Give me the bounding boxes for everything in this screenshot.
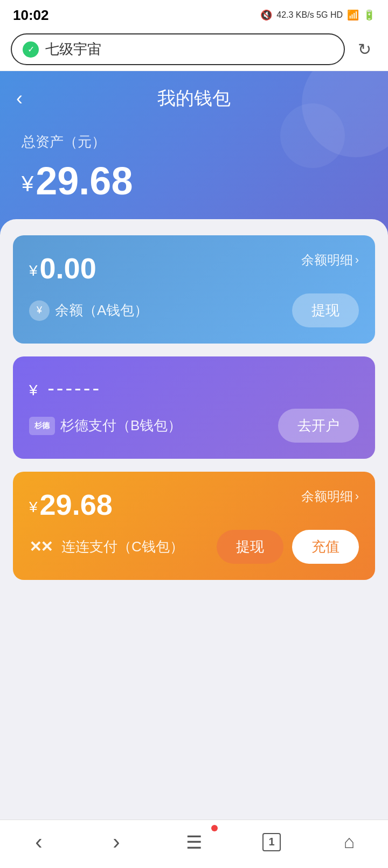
page-title: 我的钱包 xyxy=(157,86,231,111)
bottom-nav: ‹ › ☰ 1 ⌂ xyxy=(0,820,388,868)
app-header: ‹ 我的钱包 总资产（元） ¥29.68 xyxy=(0,71,388,235)
status-bar: 10:02 🔇 42.3 KB/s 5G HD 📶 🔋 xyxy=(0,0,388,28)
total-yen-symbol: ¥ xyxy=(22,172,33,195)
card-a-top: ¥0.00 余额明细 › xyxy=(29,251,359,285)
wifi-icon: 📶 xyxy=(347,9,359,21)
nav-forward-button[interactable]: › xyxy=(95,827,138,857)
card-b-label: 杉德 杉德支付（B钱包） xyxy=(29,416,182,435)
card-b-icon: 杉德 xyxy=(29,417,55,435)
total-amount-value: 29.68 xyxy=(36,159,133,202)
tabs-icon: 1 xyxy=(262,833,281,851)
card-c-top: ¥29.68 余额明细 › xyxy=(29,488,359,521)
network-speed: 42.3 KB/s 5G HD xyxy=(276,10,343,20)
card-a-yen: ¥ xyxy=(29,262,38,279)
menu-icon: ☰ xyxy=(186,831,202,853)
wallet-c-recharge-button[interactable]: 充值 xyxy=(292,530,359,564)
card-a-bottom: ¥ 余额（A钱包） 提现 xyxy=(29,293,359,327)
chevron-right-icon-c: › xyxy=(355,489,359,503)
status-icons: 🔇 42.3 KB/s 5G HD 📶 🔋 xyxy=(260,9,375,21)
card-c-amount: ¥29.68 xyxy=(29,488,113,521)
card-a-amount: ¥0.00 xyxy=(29,251,96,285)
url-bar[interactable]: ✓ 七级宇宙 xyxy=(11,33,345,65)
nav-home-button[interactable]: ⌂ xyxy=(328,827,371,857)
card-b-bottom: 杉德 杉德支付（B钱包） 去开户 xyxy=(29,409,359,443)
main-content: ¥0.00 余额明细 › ¥ 余额（A钱包） 提现 ¥ ------ xyxy=(0,219,388,668)
nav-back-button[interactable]: ‹ xyxy=(17,827,60,857)
card-b-actions: 去开户 xyxy=(278,409,359,443)
card-c-yen: ¥ xyxy=(29,499,38,515)
browser-bar: ✓ 七级宇宙 ↻ xyxy=(0,28,388,71)
url-text: 七级宇宙 xyxy=(45,40,101,59)
card-c-detail-link[interactable]: 余额明细 › xyxy=(301,488,359,505)
wallet-card-c: ¥29.68 余额明细 › ✕✕ 连连支付（C钱包） 提现 充值 xyxy=(13,472,375,580)
shield-icon: ✓ xyxy=(23,41,39,58)
mute-icon: 🔇 xyxy=(260,9,272,21)
wallet-b-open-button[interactable]: 去开户 xyxy=(278,409,359,443)
refresh-button[interactable]: ↻ xyxy=(351,37,377,62)
card-c-bottom: ✕✕ 连连支付（C钱包） 提现 充值 xyxy=(29,530,359,564)
nav-menu-button[interactable]: ☰ xyxy=(172,827,216,857)
card-b-top: ¥ ------ xyxy=(29,373,359,400)
status-time: 10:02 xyxy=(13,7,49,24)
nav-tabs-button[interactable]: 1 xyxy=(250,827,293,857)
header-nav: ‹ 我的钱包 xyxy=(0,71,388,122)
back-button[interactable]: ‹ xyxy=(16,87,23,110)
card-a-label: ¥ 余额（A钱包） xyxy=(29,300,148,321)
card-a-actions: 提现 xyxy=(292,293,359,327)
card-b-amount: ¥ ------ xyxy=(29,373,101,400)
battery-icon: 🔋 xyxy=(363,9,375,21)
card-a-icon: ¥ xyxy=(29,300,50,321)
chevron-right-icon: › xyxy=(355,253,359,267)
card-c-actions: 提现 充值 xyxy=(217,530,359,564)
card-a-detail-link[interactable]: 余额明细 › xyxy=(301,251,359,269)
wallet-c-withdraw-button[interactable]: 提现 xyxy=(217,530,283,564)
card-b-yen: ¥ xyxy=(29,382,40,398)
card-c-label: ✕✕ 连连支付（C钱包） xyxy=(29,537,184,556)
wallet-card-a: ¥0.00 余额明细 › ¥ 余额（A钱包） 提现 xyxy=(13,235,375,344)
wallet-a-withdraw-button[interactable]: 提现 xyxy=(292,293,359,327)
wallet-card-b: ¥ ------ 杉德 杉德支付（B钱包） 去开户 xyxy=(13,356,375,459)
card-c-icon: ✕✕ xyxy=(29,538,52,556)
